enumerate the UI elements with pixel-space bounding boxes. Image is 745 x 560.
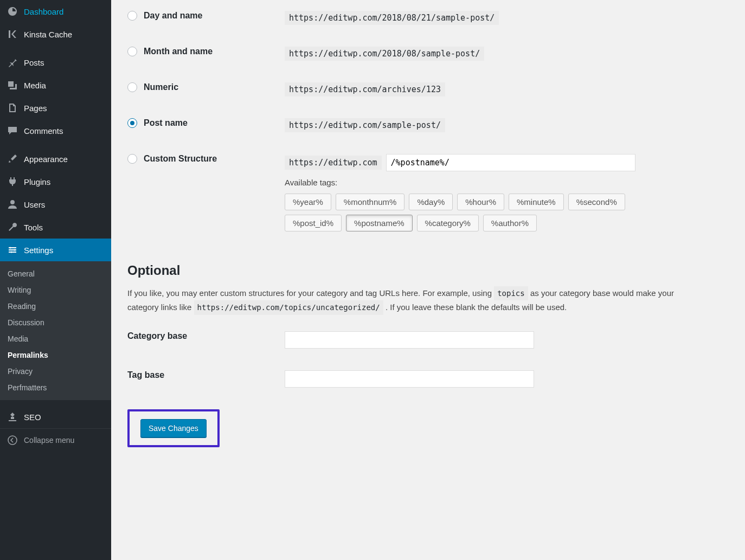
tag-author[interactable]: %author% (483, 215, 537, 231)
radio-month-name[interactable] (127, 47, 137, 56)
radio-label: Custom Structure (144, 154, 217, 164)
submenu-item-reading[interactable]: Reading (0, 298, 111, 314)
sidebar-item-label: Comments (24, 126, 63, 136)
sidebar-item-label: Dashboard (24, 7, 63, 16)
sidebar-item-pages[interactable]: Pages (0, 96, 111, 119)
sidebar-item-plugins[interactable]: Plugins (0, 170, 111, 193)
main-content: Day and name https://editwp.com/2018/08/… (111, 0, 745, 560)
permalink-option-numeric: Numeric https://editwp.com/archives/123 (127, 72, 729, 107)
permalink-option-day-name: Day and name https://editwp.com/2018/08/… (127, 0, 729, 36)
sidebar-item-label: Pages (24, 104, 47, 113)
tag-post-id[interactable]: %post_id% (285, 215, 342, 231)
pin-icon (7, 56, 18, 68)
comments-icon (7, 125, 18, 137)
submenu-item-media[interactable]: Media (0, 331, 111, 347)
admin-sidebar: Dashboard Kinsta Cache Posts Media Pages… (0, 0, 111, 560)
submenu-item-discussion[interactable]: Discussion (0, 314, 111, 331)
settings-submenu: General Writing Reading Discussion Media… (0, 261, 111, 400)
sidebar-item-settings[interactable]: Settings (0, 239, 111, 261)
radio-post-name[interactable] (127, 118, 137, 128)
submenu-item-perfmatters[interactable]: Perfmatters (0, 379, 111, 396)
save-button-highlight: Save Changes (127, 409, 220, 447)
sidebar-item-label: Tools (24, 223, 43, 232)
sidebar-item-appearance[interactable]: Appearance (0, 147, 111, 170)
sidebar-item-label: Kinsta Cache (24, 30, 72, 39)
sidebar-item-tools[interactable]: Tools (0, 216, 111, 239)
sidebar-item-label: Settings (24, 246, 53, 255)
category-base-label: Category base (127, 331, 285, 341)
category-base-row: Category base (127, 320, 729, 359)
collapse-menu-button[interactable]: Collapse menu (0, 428, 111, 452)
submenu-item-writing[interactable]: Writing (0, 282, 111, 298)
sample-url: https://editwp.com/archives/123 (285, 82, 445, 96)
tag-day[interactable]: %day% (409, 194, 453, 210)
sample-url: https://editwp.com/2018/08/sample-post/ (285, 47, 484, 61)
svg-point-1 (14, 249, 16, 251)
sidebar-item-label: SEO (24, 413, 41, 422)
available-tags-label: Available tags: (285, 178, 635, 187)
sidebar-item-users[interactable]: Users (0, 193, 111, 216)
permalink-option-custom: Custom Structure https://editwp.com Avai… (127, 143, 729, 247)
submenu-item-general[interactable]: General (0, 266, 111, 282)
settings-icon (7, 244, 18, 256)
svg-point-0 (10, 247, 11, 249)
submenu-item-permalinks[interactable]: Permalinks (0, 347, 111, 363)
tag-category[interactable]: %category% (417, 215, 479, 231)
radio-numeric[interactable] (127, 82, 137, 92)
sidebar-item-label: Users (24, 200, 45, 209)
sidebar-item-seo[interactable]: SEO (0, 405, 111, 428)
media-icon (7, 79, 18, 91)
tag-minute[interactable]: %minute% (509, 194, 564, 210)
sidebar-item-label: Posts (24, 58, 44, 67)
sidebar-item-label: Media (24, 81, 46, 90)
example-code-topics: topics (494, 286, 528, 300)
radio-label: Month and name (144, 47, 213, 56)
users-icon (7, 198, 18, 210)
dashboard-icon (7, 5, 18, 17)
sidebar-item-kinsta-cache[interactable]: Kinsta Cache (0, 23, 111, 46)
custom-structure-input[interactable] (386, 154, 635, 171)
sidebar-item-dashboard[interactable]: Dashboard (0, 0, 111, 23)
sample-url: https://editwp.com/2018/08/21/sample-pos… (285, 11, 499, 25)
tag-base-input[interactable] (285, 370, 534, 388)
plugins-icon (7, 176, 18, 188)
tag-postname[interactable]: %postname% (346, 215, 413, 231)
radio-label: Numeric (144, 82, 178, 92)
sidebar-item-posts[interactable]: Posts (0, 51, 111, 74)
example-code-url: https://editwp.com/topics/uncategorized/ (194, 300, 383, 314)
radio-day-name[interactable] (127, 11, 137, 21)
sidebar-item-label: Plugins (24, 177, 50, 186)
custom-prefix: https://editwp.com (285, 156, 382, 170)
optional-heading: Optional (127, 263, 729, 278)
tools-icon (7, 221, 18, 233)
tag-monthnum[interactable]: %monthnum% (336, 194, 405, 210)
sidebar-item-media[interactable]: Media (0, 74, 111, 96)
radio-label: Day and name (144, 11, 202, 21)
pages-icon (7, 102, 18, 114)
sidebar-item-comments[interactable]: Comments (0, 119, 111, 142)
collapse-icon (7, 434, 18, 446)
tag-base-row: Tag base (127, 359, 729, 398)
svg-point-2 (11, 252, 12, 253)
tag-second[interactable]: %second% (568, 194, 625, 210)
sidebar-item-label: Appearance (24, 155, 68, 164)
submenu-item-privacy[interactable]: Privacy (0, 363, 111, 379)
svg-point-3 (8, 436, 17, 445)
radio-label: Post name (144, 118, 188, 128)
tag-hour[interactable]: %hour% (457, 194, 504, 210)
seo-icon (7, 411, 18, 423)
kinsta-icon (7, 28, 18, 40)
tag-base-label: Tag base (127, 370, 285, 380)
save-changes-button[interactable]: Save Changes (140, 419, 207, 437)
permalink-option-month-name: Month and name https://editwp.com/2018/0… (127, 36, 729, 72)
sample-url: https://editwp.com/sample-post/ (285, 118, 445, 132)
permalink-option-post-name: Post name https://editwp.com/sample-post… (127, 107, 729, 143)
category-base-input[interactable] (285, 331, 534, 349)
appearance-icon (7, 153, 18, 165)
tag-year[interactable]: %year% (285, 194, 331, 210)
optional-description: If you like, you may enter custom struct… (127, 286, 680, 315)
collapse-label: Collapse menu (24, 436, 74, 445)
radio-custom[interactable] (127, 154, 137, 164)
